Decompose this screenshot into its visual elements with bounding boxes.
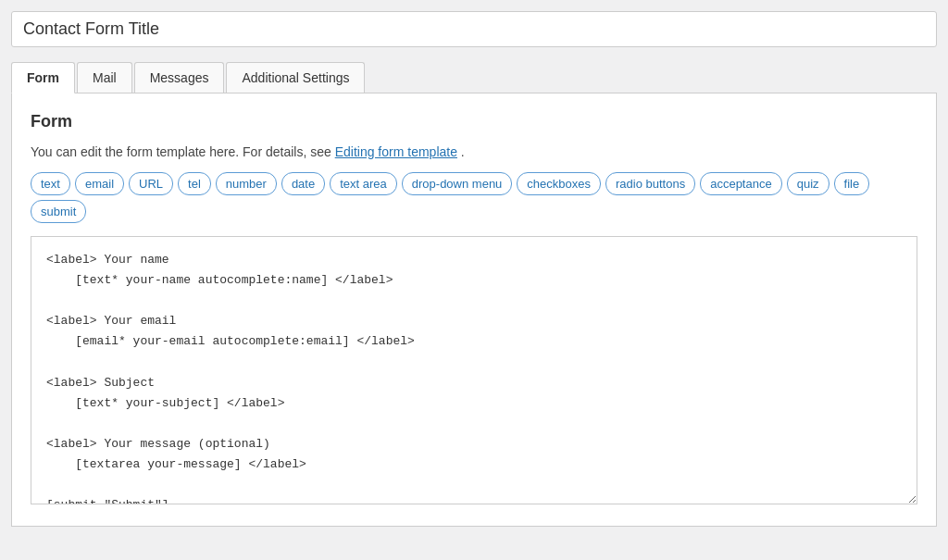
tag-btn-file[interactable]: file bbox=[834, 172, 870, 195]
tag-btn-quiz[interactable]: quiz bbox=[787, 172, 830, 195]
tag-btn-text-area[interactable]: text area bbox=[330, 172, 397, 195]
tag-btn-email[interactable]: email bbox=[75, 172, 124, 195]
tag-btn-text[interactable]: text bbox=[31, 172, 70, 195]
form-description: You can edit the form template here. For… bbox=[31, 144, 917, 159]
section-title: Form bbox=[31, 112, 917, 131]
tag-btn-submit[interactable]: submit bbox=[31, 200, 86, 223]
tag-btn-date[interactable]: date bbox=[281, 172, 325, 195]
tabs-container: Form Mail Messages Additional Settings bbox=[11, 62, 937, 93]
tag-btn-drop-down-menu[interactable]: drop-down menu bbox=[402, 172, 513, 195]
tab-form[interactable]: Form bbox=[11, 62, 75, 93]
contact-form-title-input[interactable] bbox=[11, 11, 937, 47]
tag-btn-tel[interactable]: tel bbox=[178, 172, 211, 195]
code-editor[interactable] bbox=[31, 236, 917, 504]
tab-messages[interactable]: Messages bbox=[134, 62, 225, 93]
tag-btn-radio-buttons[interactable]: radio buttons bbox=[605, 172, 695, 195]
tag-btn-url[interactable]: URL bbox=[129, 172, 173, 195]
tab-additional-settings[interactable]: Additional Settings bbox=[226, 62, 365, 93]
editing-form-template-link[interactable]: Editing form template bbox=[335, 144, 457, 159]
tag-btn-checkboxes[interactable]: checkboxes bbox=[517, 172, 601, 195]
tag-btn-acceptance[interactable]: acceptance bbox=[700, 172, 782, 195]
main-content: Form You can edit the form template here… bbox=[11, 93, 937, 527]
tag-btn-number[interactable]: number bbox=[216, 172, 277, 195]
tag-buttons-container: textemailURLtelnumberdatetext areadrop-d… bbox=[31, 172, 917, 223]
tab-mail[interactable]: Mail bbox=[77, 62, 132, 93]
